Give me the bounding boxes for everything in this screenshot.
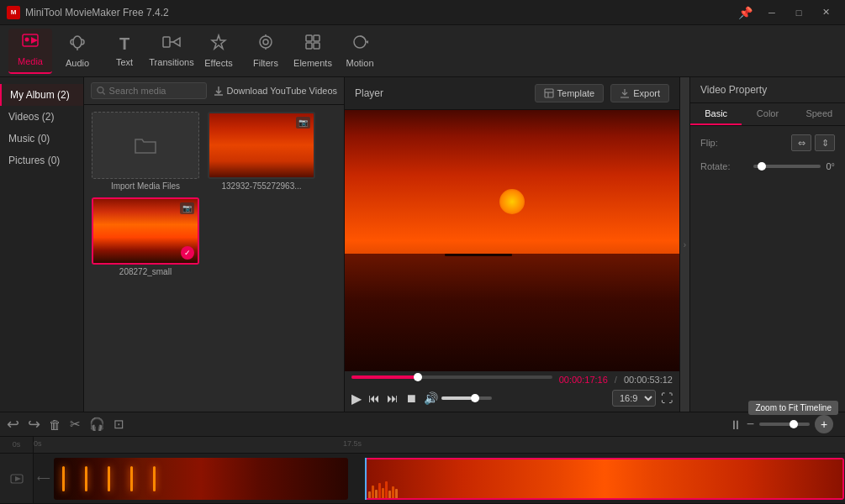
volume-icon[interactable]: 🔊 xyxy=(424,391,438,405)
list-item[interactable]: 📷 ✓ 208272_small xyxy=(91,197,200,276)
toolbar: Media Audio T Text Transitions Effects F… xyxy=(0,25,845,77)
toolbar-media[interactable]: Media xyxy=(8,29,52,74)
video-property-panel: Video Property Basic Color Speed Flip: ⇔… xyxy=(689,77,845,412)
toolbar-audio[interactable]: Audio xyxy=(55,29,99,74)
svg-marker-2 xyxy=(31,37,38,44)
toolbar-motion[interactable]: Motion xyxy=(338,29,382,74)
player-header: Player Template Export xyxy=(345,77,679,110)
undo-button[interactable]: ↩ xyxy=(7,415,19,433)
transitions-icon xyxy=(162,34,181,54)
prev-frame-button[interactable]: ⏮ xyxy=(368,391,380,405)
clip2-label: 208272_small xyxy=(119,267,172,276)
fullscreen-button[interactable]: ⛶ xyxy=(661,391,673,405)
panel-collapse-arrow[interactable]: › xyxy=(679,77,689,412)
filters-label: Filters xyxy=(253,58,278,68)
timeline: ↩ ↪ 🗑 ✂ 🎧 ⊡ ⏸ − + Zoom to Fit Timeline 0… xyxy=(0,412,845,504)
close-button[interactable]: ✕ xyxy=(813,4,838,21)
rotate-label: Rotate: xyxy=(700,161,730,171)
zoom-out-button[interactable]: − xyxy=(747,417,754,432)
tab-color[interactable]: Color xyxy=(742,103,793,125)
svg-marker-8 xyxy=(212,35,225,49)
export-button[interactable]: Export xyxy=(610,84,669,102)
sidebar-item-music[interactable]: Music (0) xyxy=(0,128,83,150)
toolbar-transitions[interactable]: Transitions xyxy=(150,29,193,74)
flip-horizontal-button[interactable]: ⇔ xyxy=(791,134,811,151)
next-frame-button[interactable]: ⏭ xyxy=(387,391,399,405)
audio-icon xyxy=(69,34,86,55)
sidebar-item-videos[interactable]: Videos (2) xyxy=(0,106,83,128)
maximize-button[interactable]: □ xyxy=(786,4,811,21)
toolbar-elements[interactable]: Elements xyxy=(291,29,335,74)
zoom-thumb[interactable] xyxy=(790,420,798,428)
svg-rect-22 xyxy=(545,89,553,97)
playback-controls: ▶ ⏮ ⏭ ⏹ 🔊 xyxy=(351,391,492,407)
svg-rect-16 xyxy=(314,43,320,49)
player-panel: Player Template Export xyxy=(345,77,679,412)
video-area xyxy=(345,110,679,371)
import-media-item[interactable]: Import Media Files xyxy=(91,112,200,191)
template-button[interactable]: Template xyxy=(535,84,605,102)
flip-row: Flip: ⇔ ⇕ xyxy=(700,134,835,151)
svg-line-20 xyxy=(103,92,105,95)
property-tabs: Basic Color Speed xyxy=(690,103,845,126)
timeline-zoom-controls: ⏸ − + Zoom to Fit Timeline xyxy=(729,415,838,433)
export-icon xyxy=(620,88,630,98)
progress-fill xyxy=(351,375,418,379)
clip2-thumb[interactable]: 📷 ✓ xyxy=(92,197,199,265)
motion-icon xyxy=(351,34,368,55)
track-side-arrow: ⟵ xyxy=(34,473,54,484)
tab-speed[interactable]: Speed xyxy=(794,103,845,125)
zoom-slider[interactable] xyxy=(759,423,810,426)
stop-button[interactable]: ⏹ xyxy=(405,391,417,405)
toolbar-filters[interactable]: Filters xyxy=(244,29,288,74)
svg-rect-13 xyxy=(306,35,312,41)
import-thumb[interactable] xyxy=(92,112,199,179)
video-icon: 📷 xyxy=(180,202,194,214)
media-grid: Import Media Files 📷 132932-755272963...… xyxy=(84,105,344,412)
play-button[interactable]: ▶ xyxy=(351,391,362,407)
video-track-row: ⟵ xyxy=(34,454,845,504)
sidebar-item-my-album[interactable]: My Album (2) xyxy=(0,84,83,106)
template-icon xyxy=(544,88,554,98)
add-track-button[interactable]: + xyxy=(815,415,833,433)
progress-thumb[interactable] xyxy=(414,373,422,381)
rotate-thumb[interactable] xyxy=(758,162,766,171)
download-youtube-button[interactable]: Download YouTube Videos xyxy=(214,86,338,96)
motion-label: Motion xyxy=(346,58,373,68)
search-input[interactable] xyxy=(109,86,201,96)
crop-button[interactable]: ⊡ xyxy=(114,417,124,432)
audio-detach-button[interactable]: 🎧 xyxy=(89,417,105,432)
flip-vertical-button[interactable]: ⇕ xyxy=(815,134,835,151)
toolbar-effects[interactable]: Effects xyxy=(197,29,240,74)
timeline-body: 0s 0s 17.5s ⟵ xyxy=(0,437,845,504)
progress-bar[interactable] xyxy=(351,375,552,379)
video-clip-2[interactable] xyxy=(365,458,844,500)
minimize-button[interactable]: ─ xyxy=(759,4,784,21)
aspect-ratio-select[interactable]: 16:9 9:16 4:3 1:1 xyxy=(612,390,656,407)
ruler-mark-17s: 17.5s xyxy=(343,439,362,448)
media-label: Media xyxy=(18,56,43,66)
clip1-thumb[interactable]: 📷 xyxy=(208,112,315,179)
toolbar-text[interactable]: T Text xyxy=(103,29,146,74)
list-item[interactable]: 📷 132932-755272963... xyxy=(207,112,316,191)
app-icon: M xyxy=(7,6,20,19)
pause-icon[interactable]: ⏸ xyxy=(729,417,742,432)
volume-slider[interactable] xyxy=(441,396,492,400)
audio-label: Audio xyxy=(66,58,89,68)
video-clip-1[interactable] xyxy=(54,458,348,500)
sidebar-item-pictures[interactable]: Pictures (0) xyxy=(0,150,83,171)
volume-thumb[interactable] xyxy=(471,394,479,402)
controls-row: ▶ ⏮ ⏭ ⏹ 🔊 16:9 9:16 xyxy=(351,388,673,408)
cut-button[interactable]: ✂ xyxy=(70,417,81,432)
search-box[interactable] xyxy=(91,82,207,99)
redo-button[interactable]: ↪ xyxy=(28,415,40,433)
tab-basic[interactable]: Basic xyxy=(690,103,742,125)
total-time: 00:00:53:12 xyxy=(624,375,673,385)
template-label: Template xyxy=(557,88,595,98)
flip-controls: ⇔ ⇕ xyxy=(791,134,835,151)
rotate-slider[interactable] xyxy=(753,165,821,168)
svg-marker-27 xyxy=(15,476,21,481)
elements-label: Elements xyxy=(293,58,332,68)
search-icon xyxy=(97,86,106,96)
delete-button[interactable]: 🗑 xyxy=(49,417,61,432)
